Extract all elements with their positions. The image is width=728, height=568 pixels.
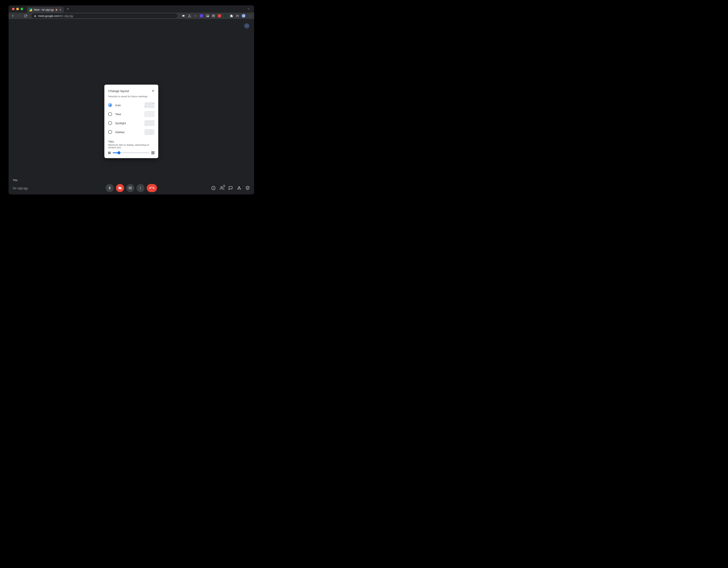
layout-thumb-spotlight-icon [145, 120, 154, 126]
address-bar[interactable]: meet.google.com/hir-utjq-tgy [31, 13, 178, 18]
svg-point-12 [140, 188, 141, 189]
option-label: Tiled [115, 113, 142, 116]
radio-auto[interactable] [108, 103, 112, 107]
tab-close-button[interactable]: ✕ [59, 8, 62, 12]
svg-point-19 [238, 189, 238, 189]
extension-dark-icon[interactable] [224, 14, 227, 18]
tab-bar: Meet - hir-utjq-tgy ✕ + [9, 5, 254, 13]
grid-large-icon [151, 151, 154, 154]
extension-pip-icon[interactable] [206, 14, 209, 18]
browser-tab[interactable]: Meet - hir-utjq-tgy ✕ [27, 7, 64, 13]
tab-title: Meet - hir-utjq-tgy [34, 8, 54, 11]
radio-tiled[interactable] [108, 112, 112, 116]
tiles-slider[interactable] [113, 152, 149, 153]
browser-menu-button[interactable]: ⋮ [248, 14, 252, 18]
chat-button[interactable] [228, 186, 233, 190]
leave-call-button[interactable] [147, 184, 157, 192]
extension-capture-icon[interactable] [212, 14, 215, 18]
layout-option-tiled[interactable]: Tiled [108, 110, 154, 119]
change-layout-dialog: Change layout ✕ Selection is saved for f… [104, 85, 158, 158]
participant-count-badge: 1 [222, 184, 226, 188]
svg-point-3 [213, 15, 214, 16]
camera-indicator-icon[interactable] [182, 14, 185, 18]
window-close-button[interactable] [12, 8, 15, 10]
layout-option-sidebar[interactable]: Sidebar [108, 128, 154, 137]
option-label: Auto [115, 104, 142, 107]
svg-point-18 [239, 187, 239, 187]
reading-list-icon[interactable] [236, 14, 239, 18]
tab-recording-indicator-icon [56, 9, 57, 11]
participant-overflow-button[interactable]: ⋯ [244, 23, 249, 28]
layout-option-auto[interactable]: Auto ↲↱ [108, 101, 154, 110]
svg-point-13 [140, 189, 141, 189]
center-controls [106, 184, 157, 192]
self-video-label: You [13, 179, 18, 182]
tiles-subtitle: Maximum tiles to display, depending on w… [108, 144, 154, 149]
radio-sidebar[interactable] [108, 130, 112, 134]
participants-button[interactable]: 1 [220, 186, 224, 190]
microphone-button[interactable] [106, 184, 114, 192]
extension-red-icon[interactable] [218, 14, 221, 18]
tab-overflow-button[interactable] [247, 7, 252, 10]
reload-button[interactable] [24, 14, 27, 18]
svg-point-17 [221, 187, 222, 188]
window-controls [12, 8, 23, 10]
activities-button[interactable] [237, 186, 241, 190]
window-fullscreen-button[interactable] [21, 8, 23, 10]
forward-button[interactable] [18, 14, 21, 18]
meeting-code: hir-utjq-tgy [13, 186, 28, 190]
toolbar-right: ☆ ⋮ [182, 14, 252, 18]
toolbar: meet.google.com/hir-utjq-tgy ☆ [9, 13, 254, 19]
profile-avatar-button[interactable] [242, 14, 246, 18]
new-tab-button[interactable]: + [65, 7, 70, 11]
option-label: Spotlight [115, 122, 142, 125]
layout-thumb-sidebar-icon [145, 129, 154, 135]
browser-window: Meet - hir-utjq-tgy ✕ + meet.google.com/… [9, 5, 254, 195]
slider-thumb[interactable] [117, 151, 120, 154]
svg-point-16 [213, 187, 214, 188]
dialog-title: Change layout [108, 89, 129, 93]
svg-line-22 [239, 187, 240, 189]
layout-option-spotlight[interactable]: Spotlight [108, 119, 154, 128]
tiles-section: Tiles Maximum tiles to display, dependin… [108, 140, 154, 154]
option-label: Sidebar [115, 131, 142, 134]
layout-options: Auto ↲↱ Tiled Spotlight Sid [108, 101, 154, 137]
dialog-close-button[interactable]: ✕ [152, 89, 154, 93]
extensions-puzzle-icon[interactable] [230, 14, 233, 18]
svg-point-11 [140, 187, 141, 188]
lock-icon [34, 15, 36, 17]
layout-thumb-tiled-icon [145, 111, 154, 117]
radio-spotlight[interactable] [108, 121, 112, 125]
window-minimize-button[interactable] [16, 8, 19, 10]
host-controls-button[interactable] [246, 186, 250, 190]
meet-main-area: ⋯ You Change layout ✕ Selection is saved… [9, 19, 254, 195]
svg-point-20 [240, 189, 240, 189]
extension-purple-icon[interactable] [200, 14, 203, 18]
url-text: meet.google.com/hir-utjq-tgy [38, 14, 73, 18]
camera-off-button[interactable] [116, 184, 124, 192]
bookmark-star-icon[interactable]: ☆ [194, 14, 197, 18]
present-screen-button[interactable] [126, 184, 134, 192]
more-options-button[interactable] [136, 184, 145, 192]
meeting-details-button[interactable] [211, 186, 216, 190]
svg-line-21 [238, 187, 239, 189]
dialog-subtitle: Selection is saved for future meetings [108, 95, 154, 98]
layout-thumb-auto-icon: ↲↱ [145, 102, 154, 108]
grid-small-icon [108, 152, 111, 154]
tiles-title: Tiles [108, 140, 154, 143]
back-button[interactable] [11, 14, 15, 18]
right-controls: 1 [211, 186, 250, 190]
meet-favicon-icon [29, 8, 32, 11]
share-icon[interactable] [188, 14, 191, 18]
bottom-bar: hir-utjq-tgy [9, 182, 254, 195]
svg-rect-2 [207, 16, 209, 17]
